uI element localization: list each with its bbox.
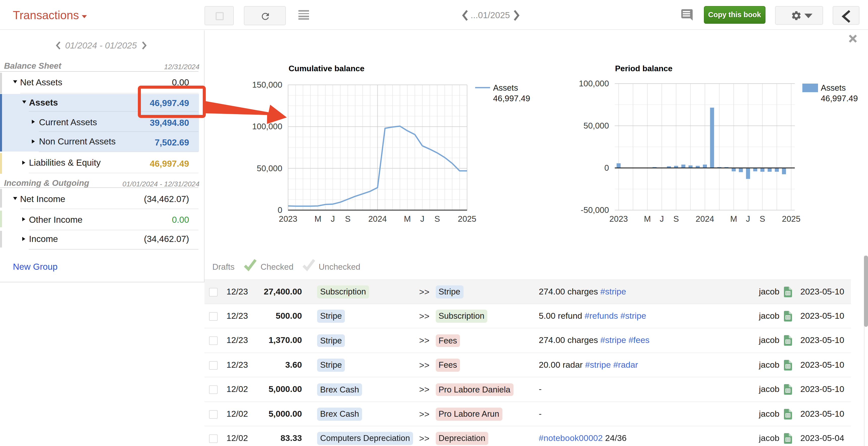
svg-text:J: J [746, 214, 750, 224]
svg-text:Cumulative balance: Cumulative balance [288, 64, 365, 73]
svg-text:S: S [673, 214, 679, 224]
svg-text:2023: 2023 [609, 214, 628, 224]
svg-text:Assets: Assets [821, 83, 846, 92]
svg-text:M: M [730, 214, 737, 224]
svg-text:-50,000: -50,000 [581, 205, 609, 215]
svg-text:0: 0 [278, 205, 282, 215]
svg-text:S: S [345, 214, 350, 224]
svg-text:0: 0 [604, 163, 609, 173]
svg-text:150,000: 150,000 [252, 80, 282, 89]
svg-text:100,000: 100,000 [579, 79, 609, 88]
svg-text:46,997.49: 46,997.49 [493, 94, 530, 103]
svg-text:M: M [404, 214, 411, 224]
svg-text:2023: 2023 [279, 214, 297, 224]
svg-text:46,997.49: 46,997.49 [821, 94, 858, 103]
svg-text:S: S [434, 214, 440, 224]
svg-text:2025: 2025 [458, 214, 476, 224]
svg-text:2025: 2025 [782, 214, 800, 224]
svg-text:M: M [314, 214, 321, 224]
svg-text:Period balance: Period balance [615, 64, 673, 73]
svg-text:J: J [660, 214, 664, 224]
svg-text:2024: 2024 [368, 214, 387, 224]
svg-text:Assets: Assets [493, 83, 518, 92]
svg-text:M: M [644, 214, 651, 224]
svg-text:100,000: 100,000 [252, 122, 282, 131]
svg-text:2024: 2024 [695, 214, 714, 224]
svg-text:S: S [760, 214, 765, 224]
svg-text:J: J [331, 214, 335, 224]
svg-text:50,000: 50,000 [257, 163, 282, 173]
svg-text:50,000: 50,000 [584, 121, 609, 130]
svg-text:J: J [421, 214, 425, 224]
